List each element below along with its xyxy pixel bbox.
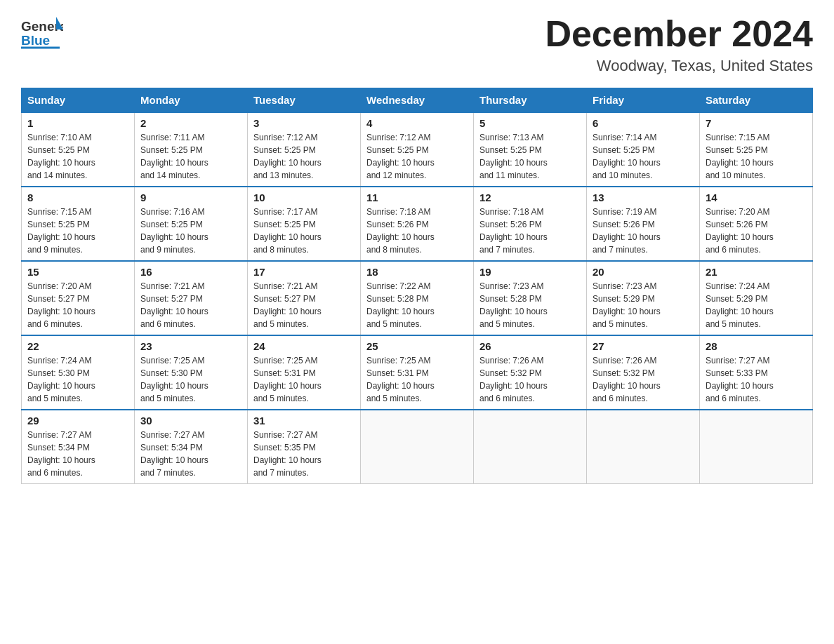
calendar-cell: 10 Sunrise: 7:17 AMSunset: 5:25 PMDaylig…	[248, 187, 361, 261]
calendar-cell	[474, 410, 587, 484]
calendar-title-area: December 2024 Woodway, Texas, United Sta…	[545, 14, 813, 75]
day-info: Sunrise: 7:23 AMSunset: 5:29 PMDaylight:…	[593, 281, 661, 329]
day-number: 6	[593, 117, 694, 129]
day-info: Sunrise: 7:25 AMSunset: 5:30 PMDaylight:…	[140, 356, 208, 403]
day-number: 16	[140, 266, 241, 278]
day-number: 1	[27, 117, 128, 129]
day-number: 29	[27, 415, 128, 427]
day-info: Sunrise: 7:12 AMSunset: 5:25 PMDaylight:…	[366, 133, 435, 180]
calendar-week-row: 29 Sunrise: 7:27 AMSunset: 5:34 PMDaylig…	[22, 410, 813, 484]
day-info: Sunrise: 7:27 AMSunset: 5:34 PMDaylight:…	[27, 430, 95, 478]
day-info: Sunrise: 7:20 AMSunset: 5:26 PMDaylight:…	[706, 207, 774, 255]
day-number: 9	[140, 192, 241, 203]
column-header-tuesday: Tuesday	[248, 88, 361, 113]
calendar-cell: 15 Sunrise: 7:20 AMSunset: 5:27 PMDaylig…	[22, 261, 135, 335]
column-header-monday: Monday	[135, 88, 248, 113]
day-info: Sunrise: 7:27 AMSunset: 5:34 PMDaylight:…	[140, 430, 208, 478]
day-number: 18	[366, 266, 468, 278]
calendar-cell: 9 Sunrise: 7:16 AMSunset: 5:25 PMDayligh…	[135, 187, 248, 261]
day-number: 10	[253, 192, 355, 203]
day-number: 21	[706, 266, 807, 278]
day-info: Sunrise: 7:24 AMSunset: 5:29 PMDaylight:…	[706, 281, 774, 329]
calendar-table: SundayMondayTuesdayWednesdayThursdayFrid…	[21, 88, 813, 484]
day-info: Sunrise: 7:22 AMSunset: 5:28 PMDaylight:…	[366, 281, 435, 329]
calendar-cell: 4 Sunrise: 7:12 AMSunset: 5:25 PMDayligh…	[361, 112, 474, 187]
calendar-cell: 8 Sunrise: 7:15 AMSunset: 5:25 PMDayligh…	[22, 187, 135, 261]
calendar-cell: 29 Sunrise: 7:27 AMSunset: 5:34 PMDaylig…	[22, 410, 135, 484]
day-number: 3	[253, 117, 355, 129]
day-number: 8	[27, 192, 128, 203]
calendar-cell: 7 Sunrise: 7:15 AMSunset: 5:25 PMDayligh…	[700, 112, 813, 187]
calendar-cell: 25 Sunrise: 7:25 AMSunset: 5:31 PMDaylig…	[361, 335, 474, 410]
month-title: December 2024	[545, 14, 813, 54]
calendar-cell: 1 Sunrise: 7:10 AMSunset: 5:25 PMDayligh…	[22, 112, 135, 187]
day-info: Sunrise: 7:12 AMSunset: 5:25 PMDaylight:…	[253, 133, 322, 180]
day-number: 11	[366, 192, 468, 203]
day-info: Sunrise: 7:23 AMSunset: 5:28 PMDaylight:…	[479, 281, 548, 329]
calendar-cell: 28 Sunrise: 7:27 AMSunset: 5:33 PMDaylig…	[700, 335, 813, 410]
calendar-cell	[700, 410, 813, 484]
logo-icon: General Blue	[21, 14, 63, 51]
calendar-cell: 21 Sunrise: 7:24 AMSunset: 5:29 PMDaylig…	[700, 261, 813, 335]
page-header: General Blue December 2024 Woodway, Texa…	[21, 14, 813, 75]
day-number: 27	[593, 340, 694, 352]
svg-text:Blue: Blue	[21, 33, 50, 48]
day-info: Sunrise: 7:21 AMSunset: 5:27 PMDaylight:…	[253, 281, 322, 329]
day-info: Sunrise: 7:15 AMSunset: 5:25 PMDaylight:…	[27, 207, 95, 255]
calendar-week-row: 15 Sunrise: 7:20 AMSunset: 5:27 PMDaylig…	[22, 261, 813, 335]
calendar-header-row: SundayMondayTuesdayWednesdayThursdayFrid…	[22, 88, 813, 113]
day-info: Sunrise: 7:25 AMSunset: 5:31 PMDaylight:…	[253, 356, 322, 403]
calendar-week-row: 8 Sunrise: 7:15 AMSunset: 5:25 PMDayligh…	[22, 187, 813, 261]
day-number: 24	[253, 340, 355, 352]
logo: General Blue	[21, 14, 63, 51]
calendar-cell: 27 Sunrise: 7:26 AMSunset: 5:32 PMDaylig…	[587, 335, 700, 410]
day-number: 20	[593, 266, 694, 278]
day-number: 26	[479, 340, 581, 352]
day-number: 22	[27, 340, 128, 352]
day-info: Sunrise: 7:14 AMSunset: 5:25 PMDaylight:…	[593, 133, 661, 180]
calendar-cell: 30 Sunrise: 7:27 AMSunset: 5:34 PMDaylig…	[135, 410, 248, 484]
calendar-cell: 12 Sunrise: 7:18 AMSunset: 5:26 PMDaylig…	[474, 187, 587, 261]
day-info: Sunrise: 7:17 AMSunset: 5:25 PMDaylight:…	[253, 207, 322, 255]
day-info: Sunrise: 7:27 AMSunset: 5:35 PMDaylight:…	[253, 430, 322, 478]
day-info: Sunrise: 7:25 AMSunset: 5:31 PMDaylight:…	[366, 356, 435, 403]
calendar-cell: 3 Sunrise: 7:12 AMSunset: 5:25 PMDayligh…	[248, 112, 361, 187]
day-number: 17	[253, 266, 355, 278]
column-header-sunday: Sunday	[22, 88, 135, 113]
day-number: 31	[253, 415, 355, 427]
calendar-cell: 23 Sunrise: 7:25 AMSunset: 5:30 PMDaylig…	[135, 335, 248, 410]
calendar-cell: 13 Sunrise: 7:19 AMSunset: 5:26 PMDaylig…	[587, 187, 700, 261]
calendar-cell: 22 Sunrise: 7:24 AMSunset: 5:30 PMDaylig…	[22, 335, 135, 410]
calendar-cell: 26 Sunrise: 7:26 AMSunset: 5:32 PMDaylig…	[474, 335, 587, 410]
day-number: 13	[593, 192, 694, 203]
day-number: 15	[27, 266, 128, 278]
calendar-cell: 20 Sunrise: 7:23 AMSunset: 5:29 PMDaylig…	[587, 261, 700, 335]
calendar-cell: 5 Sunrise: 7:13 AMSunset: 5:25 PMDayligh…	[474, 112, 587, 187]
calendar-cell: 11 Sunrise: 7:18 AMSunset: 5:26 PMDaylig…	[361, 187, 474, 261]
day-info: Sunrise: 7:10 AMSunset: 5:25 PMDaylight:…	[27, 133, 95, 180]
day-info: Sunrise: 7:20 AMSunset: 5:27 PMDaylight:…	[27, 281, 95, 329]
day-info: Sunrise: 7:26 AMSunset: 5:32 PMDaylight:…	[593, 356, 661, 403]
calendar-cell: 19 Sunrise: 7:23 AMSunset: 5:28 PMDaylig…	[474, 261, 587, 335]
calendar-cell: 18 Sunrise: 7:22 AMSunset: 5:28 PMDaylig…	[361, 261, 474, 335]
day-info: Sunrise: 7:27 AMSunset: 5:33 PMDaylight:…	[706, 356, 774, 403]
calendar-week-row: 1 Sunrise: 7:10 AMSunset: 5:25 PMDayligh…	[22, 112, 813, 187]
day-number: 12	[479, 192, 581, 203]
day-info: Sunrise: 7:15 AMSunset: 5:25 PMDaylight:…	[706, 133, 774, 180]
day-number: 28	[706, 340, 807, 352]
day-info: Sunrise: 7:26 AMSunset: 5:32 PMDaylight:…	[479, 356, 548, 403]
day-info: Sunrise: 7:13 AMSunset: 5:25 PMDaylight:…	[479, 133, 548, 180]
column-header-wednesday: Wednesday	[361, 88, 474, 113]
day-info: Sunrise: 7:18 AMSunset: 5:26 PMDaylight:…	[366, 207, 435, 255]
day-info: Sunrise: 7:16 AMSunset: 5:25 PMDaylight:…	[140, 207, 208, 255]
day-info: Sunrise: 7:11 AMSunset: 5:25 PMDaylight:…	[140, 133, 208, 180]
calendar-cell: 14 Sunrise: 7:20 AMSunset: 5:26 PMDaylig…	[700, 187, 813, 261]
day-number: 23	[140, 340, 241, 352]
calendar-cell: 16 Sunrise: 7:21 AMSunset: 5:27 PMDaylig…	[135, 261, 248, 335]
calendar-week-row: 22 Sunrise: 7:24 AMSunset: 5:30 PMDaylig…	[22, 335, 813, 410]
day-info: Sunrise: 7:24 AMSunset: 5:30 PMDaylight:…	[27, 356, 95, 403]
calendar-cell	[587, 410, 700, 484]
column-header-friday: Friday	[587, 88, 700, 113]
day-number: 4	[366, 117, 468, 129]
column-header-thursday: Thursday	[474, 88, 587, 113]
